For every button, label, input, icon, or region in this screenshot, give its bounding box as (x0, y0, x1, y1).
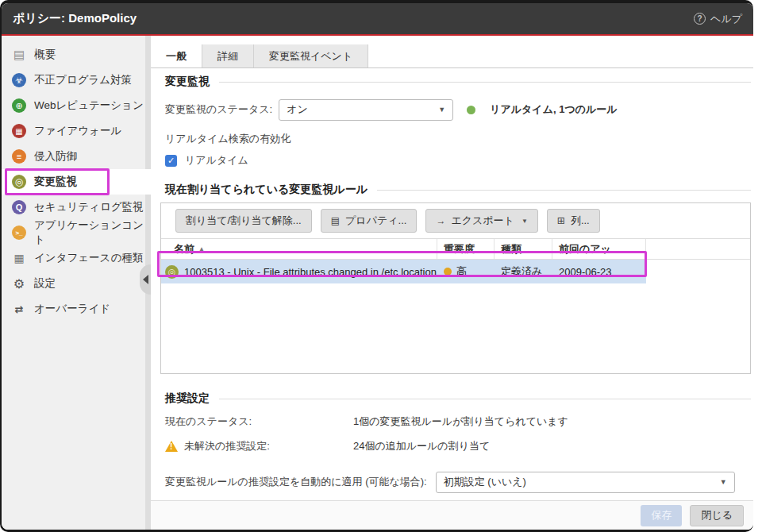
sidebar-item-label: インタフェースの種類 (34, 251, 143, 265)
rule-name: 1003513 - Unix - File attributes changed… (184, 266, 437, 278)
sidebar-item-integrity-monitoring[interactable]: ◎ 変更監視 (2, 169, 151, 195)
sidebar-item-label: 設定 (34, 276, 56, 291)
intrusion-prevention-icon: ≡ (12, 149, 26, 164)
rule-last-update: 2009-06-23 (559, 266, 612, 278)
properties-icon: ▤ (331, 215, 340, 226)
web-reputation-icon: ⊕ (12, 98, 26, 113)
column-header-type[interactable]: 種類 (495, 239, 552, 259)
sidebar-item-label: 侵入防御 (34, 149, 77, 164)
sidebar-item-anti-malware[interactable]: ☣ 不正プログラム対策 (2, 67, 151, 93)
export-label: エクスポート (451, 214, 514, 228)
auto-apply-select[interactable]: 初期設定 (いいえ) ▼ (436, 472, 735, 493)
current-status-value: 1個の変更監視ルールが割り当てられています (353, 414, 568, 429)
log-inspection-icon: Q (12, 200, 26, 214)
table-row[interactable]: ◎ 1003513 - Unix - File attributes chang… (161, 260, 750, 283)
columns-button[interactable]: ⊞ 列... (547, 209, 600, 233)
sidebar-item-label: オーバーライド (34, 302, 110, 316)
tab-general[interactable]: 一般 (151, 44, 202, 67)
content-area: 変更監視 変更監視のステータス: オン ▼ リアルタイム, 1つのルール リアル… (151, 68, 753, 500)
sidebar-item-overview[interactable]: ▤ 概要 (2, 42, 151, 67)
sidebar-item-log-inspection[interactable]: Q セキュリティログ監視 (2, 195, 151, 220)
integrity-monitoring-icon: ◎ (12, 175, 26, 189)
integrity-rule-icon: ◎ (165, 265, 179, 279)
section-divider (219, 82, 751, 83)
assign-unassign-button[interactable]: 割り当て/割り当て解除... (175, 209, 312, 233)
sidebar-item-label: 変更監視 (34, 175, 77, 189)
columns-label: 列... (571, 214, 590, 228)
gear-icon: ⚙ (12, 276, 26, 291)
sidebar-item-web-reputation[interactable]: ⊕ Webレピュテーション (2, 93, 151, 118)
sidebar-item-intrusion-prevention[interactable]: ≡ 侵入防御 (2, 144, 151, 169)
help-button[interactable]: ? ヘルプ (694, 12, 742, 26)
realtime-enable-label: リアルタイム検索の有効化 (165, 132, 291, 146)
application-control-icon: >_ (12, 226, 26, 240)
section-assigned-rules: 現在割り当てられている変更監視ルール (165, 183, 751, 197)
rules-toolbar: 割り当て/割り当て解除... ▤ プロパティ... → エクスポート ▼ ⊞ (161, 203, 750, 238)
section-recommendations: 推奨設定 (165, 391, 751, 406)
sidebar-item-interface-types[interactable]: ▦ インタフェースの種類 (2, 245, 151, 271)
rule-type: 定義済み (501, 264, 542, 279)
sidebar-item-label: セキュリティログ監視 (34, 200, 144, 214)
im-status-select[interactable]: オン ▼ (279, 99, 453, 121)
realtime-checkbox[interactable]: ✓ (165, 155, 177, 167)
assign-unassign-label: 割り当て/割り当て解除... (186, 214, 302, 228)
column-header-last-update[interactable]: 前回のアッ... (552, 239, 646, 259)
column-header-severity[interactable]: 重要度 (437, 239, 495, 259)
footer-bar: 保存 閉じる (151, 500, 753, 530)
rule-severity: 高 (456, 264, 467, 279)
tab-bar: 一般 詳細 変更監視イベント (151, 44, 753, 68)
interface-types-icon: ▦ (12, 251, 26, 265)
auto-apply-value: 初期設定 (いいえ) (444, 475, 526, 489)
columns-icon: ⊞ (557, 215, 565, 226)
title-bar: ポリシー: DemoPolicy ? ヘルプ (2, 3, 753, 36)
severity-dot (444, 268, 452, 276)
status-green-dot (467, 106, 475, 114)
chevron-down-icon: ▼ (438, 106, 445, 114)
sidebar-item-firewall[interactable]: ▦ ファイアウォール (2, 118, 151, 144)
export-button[interactable]: → エクスポート ▼ (425, 209, 537, 233)
warning-icon (165, 441, 178, 452)
sidebar-item-overrides[interactable]: ⇄ オーバーライド (2, 296, 151, 322)
firewall-icon: ▦ (12, 124, 26, 138)
section-title: 変更監視 (165, 75, 210, 89)
unresolved-value: 24個の追加ルールの割り当て (353, 439, 490, 453)
tab-advanced[interactable]: 詳細 (202, 44, 254, 67)
save-button[interactable]: 保存 (641, 505, 682, 526)
realtime-checkbox-label: リアルタイム (185, 153, 248, 168)
sidebar-item-label: アプリケーションコント (34, 218, 151, 247)
auto-apply-label: 変更監視ルールの推奨設定を自動的に適用 (可能な場合): (165, 475, 427, 489)
chevron-down-icon: ▼ (720, 478, 727, 486)
unresolved-label: 未解決の推奨設定: (184, 439, 270, 453)
tab-im-events[interactable]: 変更監視イベント (254, 44, 368, 67)
column-header-filler (646, 239, 750, 259)
help-label: ヘルプ (710, 12, 742, 26)
properties-label: プロパティ... (345, 214, 406, 228)
sidebar-item-label: ファイアウォール (34, 124, 121, 138)
sidebar-item-application-control[interactable]: >_ アプリケーションコント (2, 220, 151, 245)
anti-malware-icon: ☣ (12, 73, 26, 87)
main-panel: 一般 詳細 変更監視イベント 変更監視 変更監視のステータス: オン ▼ リアル… (151, 36, 753, 530)
policy-editor-window: ポリシー: DemoPolicy ? ヘルプ ▤ 概要 ☣ 不正プログラム対策 … (2, 3, 753, 530)
properties-button[interactable]: ▤ プロパティ... (321, 209, 418, 233)
im-status-value: オン (287, 102, 308, 117)
sidebar-collapse-handle[interactable] (140, 264, 151, 295)
current-status-label: 現在のステータス: (165, 414, 353, 429)
status-label: 変更監視のステータス: (165, 102, 272, 117)
sidebar-item-settings[interactable]: ⚙ 設定 (2, 271, 151, 296)
section-divider (377, 190, 751, 191)
column-header-name[interactable]: 名前 ▲ (161, 239, 437, 259)
sort-asc-icon: ▲ (198, 245, 205, 253)
section-divider (219, 399, 751, 399)
chevron-down-icon: ▼ (521, 218, 528, 225)
help-icon: ? (694, 13, 706, 25)
page-title: ポリシー: DemoPolicy (13, 11, 694, 26)
export-icon: → (436, 215, 445, 226)
table-header: 名前 ▲ 重要度 種類 前回のアッ... (161, 238, 750, 260)
sidebar-item-label: 不正プログラム対策 (34, 73, 132, 87)
overview-icon: ▤ (12, 48, 26, 62)
section-title: 現在割り当てられている変更監視ルール (165, 183, 368, 197)
close-button[interactable]: 閉じる (690, 505, 744, 526)
sidebar: ▤ 概要 ☣ 不正プログラム対策 ⊕ Webレピュテーション ▦ ファイアウォー… (2, 36, 151, 530)
section-integrity-monitoring: 変更監視 (165, 75, 751, 89)
section-title: 推奨設定 (165, 391, 210, 406)
